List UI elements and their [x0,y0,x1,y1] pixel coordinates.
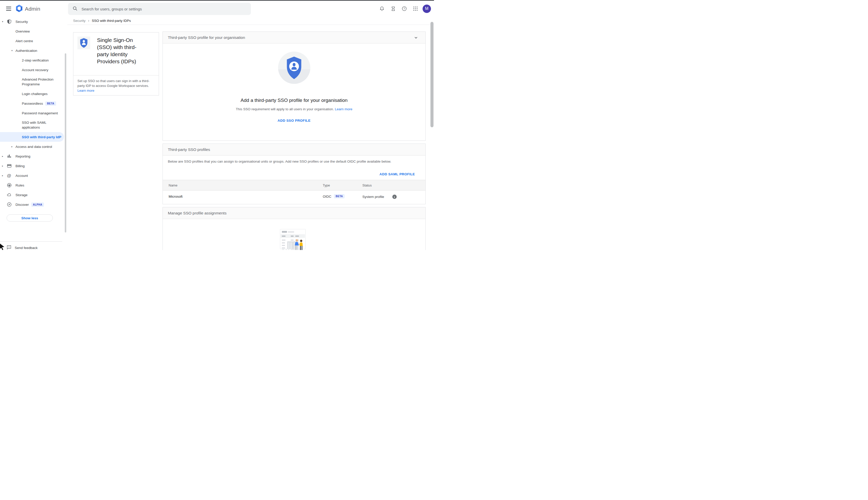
chevron-expanded-icon[interactable]: ▾ [2,20,3,23]
sso-info-card: Single Sign-On (SSO) with third-party Id… [73,32,159,95]
sidebar-item-sso-saml[interactable]: SSO with SAML applications [0,118,67,132]
sidebar-item-login-challenges[interactable]: Login challenges [0,89,67,99]
info-card-description: Set up SSO so that users can sign in wit… [78,79,154,93]
column-header-status: Status [362,183,372,187]
profile-name: Microsoft [169,195,183,198]
send-feedback-button[interactable]: Send feedback [7,245,38,250]
sidebar-item-account[interactable]: ▸ @ Account [0,171,67,180]
sidebar-item-security[interactable]: ▾ Security [0,17,67,26]
sidebar-item-billing[interactable]: ▸ Billing [0,161,67,171]
sidebar-item-overview[interactable]: Overview [0,26,67,36]
info-icon[interactable]: i [392,195,397,199]
sidebar-item-sso-third-party-idp[interactable]: SSO with third-party IdP [0,132,64,142]
notifications-bell-icon[interactable] [377,3,387,14]
tasks-hourglass-icon[interactable] [387,3,399,14]
learn-more-link[interactable]: Learn more [335,107,352,111]
add-saml-profile-button[interactable]: ADD SAML PROFILE [379,172,415,176]
alpha-badge: ALPHA [31,203,44,207]
sso-shield-icon [78,37,90,49]
sidebar-scrollbar[interactable] [65,53,66,232]
profiles-description: Below are SSO profiles that you can assi… [168,160,419,163]
admin-hexagon-icon [16,4,23,13]
product-name: Admin [25,6,40,12]
chevron-collapsed-icon[interactable]: ▸ [2,164,3,167]
breadcrumb-separator: › [88,19,89,23]
menu-icon[interactable] [6,6,12,11]
sidebar-item-account-recovery[interactable]: Account recovery [0,65,67,75]
assignments-illustration [278,228,311,250]
column-header-type: Type [323,183,330,187]
sidebar-item-access-data-control[interactable]: ▸ Access and data control [0,142,67,151]
apps-grid-icon[interactable] [410,3,421,14]
compass-icon [7,202,12,207]
chevron-collapsed-icon[interactable]: ▸ [2,174,3,177]
panel-assignments: Manage SSO profile assignments [163,207,426,250]
search-icon [73,6,78,12]
sidebar-item-authentication[interactable]: ▾ Authentication [0,46,67,55]
breadcrumb-current-page: SSO with third-party IDPs [92,19,131,23]
sidebar-item-alert-centre[interactable]: Alert centre [0,36,67,46]
add-sso-heading: Add a third-party SSO profile for your o… [241,98,347,103]
divider [73,75,159,76]
sidebar-item-2-step-verification[interactable]: 2-step verification [0,55,67,65]
panel-sso-org: Third-party SSO profile for your organis… [163,32,426,141]
steering-wheel-icon [7,183,12,188]
sidebar-item-reporting[interactable]: ▸ Reporting [0,151,67,161]
sidebar-item-storage[interactable]: Storage [0,190,67,200]
chevron-collapsed-icon[interactable]: ▸ [2,155,3,158]
table-row[interactable]: Microsoft OIDC BETA System profile i [163,191,425,203]
bar-chart-icon [7,154,12,159]
panel-sso-profiles: Third-party SSO profiles Below are SSO p… [163,144,426,204]
table-header: Name Type Status [163,180,425,191]
app-header: Admin ? [0,1,434,16]
main-content: Security › SSO with third-party IDPs Sin… [67,16,434,250]
feedback-icon [7,245,11,250]
security-shield-icon [7,19,12,24]
panel-sso-profiles-header: Third-party SSO profiles [163,144,425,156]
admin-logo[interactable]: Admin [16,4,40,13]
sidebar-nav: ▾ Security Overview Alert centre ▾ Authe… [0,16,67,250]
svg-text:?: ? [404,7,405,10]
sidebar-item-discover[interactable]: Discover ALPHA [0,200,67,209]
window-chrome-strip [0,0,434,1]
beta-badge: BETA [334,194,345,198]
page-scrollbar[interactable] [430,22,433,127]
info-card-title: Single Sign-On (SSO) with third-party Id… [97,37,143,65]
search-bar[interactable] [68,3,251,15]
profile-status: System profile i [362,195,397,199]
send-feedback-section: Send feedback [0,241,67,250]
help-icon[interactable]: ? [399,3,410,14]
credit-card-icon [7,163,12,169]
sidebar-item-password-management[interactable]: Password management [0,108,67,118]
profile-type: OIDC BETA [323,195,345,198]
chevron-down-icon[interactable] [414,36,418,41]
add-sso-subtext: This SSO requirement will apply to all u… [236,107,352,111]
sidebar-item-advanced-protection[interactable]: Advanced Protection Programme [0,75,67,89]
beta-badge: BETA [45,101,56,106]
shield-illustration [278,52,310,84]
show-less-button[interactable]: Show less [7,214,53,221]
cloud-icon [7,193,12,197]
mouse-cursor [0,243,5,250]
search-input[interactable] [82,7,234,11]
learn-more-link[interactable]: Learn more [78,89,94,92]
panel-sso-org-header[interactable]: Third-party SSO profile for your organis… [163,32,425,44]
chevron-collapsed-icon[interactable]: ▸ [11,145,13,148]
chevron-expanded-icon[interactable]: ▾ [11,49,13,52]
sidebar-item-passwordless[interactable]: Passwordless BETA [0,99,67,108]
breadcrumb-security-link[interactable]: Security [73,19,85,23]
add-sso-profile-button[interactable]: ADD SSO PROFILE [278,119,311,123]
panel-assignments-header: Manage SSO profile assignments [163,207,425,219]
account-avatar[interactable]: M [423,4,431,13]
sidebar-item-rules[interactable]: Rules [0,180,67,190]
at-sign-icon: @ [7,173,12,178]
breadcrumb: Security › SSO with third-party IDPs [67,16,434,25]
column-header-name: Name [169,183,177,187]
